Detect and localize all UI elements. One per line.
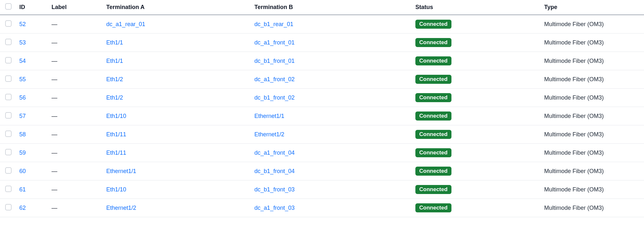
row-id-link[interactable]: 61 (19, 186, 26, 193)
row-type-text: Multimode Fiber (OM3) (544, 113, 604, 119)
row-status-cell: Connected (412, 180, 540, 199)
status-badge: Connected (415, 167, 451, 176)
table-row: 56—Eth1/2dc_b1_front_02ConnectedMultimod… (0, 89, 644, 107)
row-type-text: Multimode Fiber (OM3) (544, 131, 604, 138)
row-id-link[interactable]: 54 (19, 58, 26, 64)
row-termination-b-link[interactable]: Ethernet1/2 (254, 131, 284, 138)
row-termination-b-link[interactable]: dc_b1_rear_01 (254, 21, 293, 27)
row-termination-a-link[interactable]: Eth1/2 (106, 94, 123, 101)
row-termination-b-cell: dc_a1_front_03 (251, 199, 412, 217)
row-termination-b-link[interactable]: dc_b1_front_01 (254, 58, 295, 64)
row-type-text: Multimode Fiber (OM3) (544, 94, 604, 101)
row-id-link[interactable]: 60 (19, 168, 26, 174)
row-checkbox[interactable] (5, 112, 12, 119)
row-termination-a-link[interactable]: Ethernet1/2 (106, 205, 136, 211)
row-termination-b-cell: dc_b1_front_03 (251, 180, 412, 199)
row-checkbox[interactable] (5, 186, 12, 192)
row-checkbox[interactable] (5, 20, 12, 27)
row-label-text: — (52, 76, 57, 83)
row-label-text: — (52, 131, 57, 138)
row-checkbox-cell (0, 180, 15, 199)
row-termination-b-link[interactable]: dc_a1_front_02 (254, 76, 295, 83)
header-termination-a[interactable]: Termination A (102, 0, 251, 15)
row-termination-b-link[interactable]: dc_b1_front_04 (254, 168, 295, 174)
row-type-cell: Multimode Fiber (OM3) (540, 180, 644, 199)
row-checkbox[interactable] (5, 131, 12, 137)
status-badge: Connected (415, 185, 451, 194)
header-termination-b[interactable]: Termination B (251, 0, 412, 15)
row-termination-b-link[interactable]: dc_a1_front_03 (254, 205, 295, 211)
header-label[interactable]: Label (48, 0, 102, 15)
status-badge: Connected (415, 75, 451, 84)
row-id-cell: 62 (15, 199, 48, 217)
table-row: 59—Eth1/11dc_a1_front_04ConnectedMultimo… (0, 144, 644, 162)
row-id-link[interactable]: 59 (19, 150, 26, 156)
header-status[interactable]: Status (412, 0, 540, 15)
table-row: 54—Eth1/1dc_b1_front_01ConnectedMultimod… (0, 52, 644, 70)
row-termination-a-link[interactable]: Eth1/1 (106, 58, 123, 64)
row-type-cell: Multimode Fiber (OM3) (540, 107, 644, 125)
row-status-cell: Connected (412, 199, 540, 217)
row-termination-b-link[interactable]: Ethernet1/1 (254, 113, 284, 119)
row-type-text: Multimode Fiber (OM3) (544, 39, 604, 46)
row-termination-a-link[interactable]: Eth1/2 (106, 76, 123, 83)
row-termination-b-cell: dc_b1_front_01 (251, 52, 412, 70)
header-type[interactable]: Type (540, 0, 644, 15)
row-termination-a-link[interactable]: Eth1/1 (106, 39, 123, 46)
row-id-cell: 58 (15, 125, 48, 144)
table-row: 57—Eth1/10Ethernet1/1ConnectedMultimode … (0, 107, 644, 125)
row-id-link[interactable]: 56 (19, 94, 26, 101)
row-termination-b-cell: dc_b1_rear_01 (251, 15, 412, 34)
status-badge: Connected (415, 203, 451, 212)
select-all-checkbox[interactable] (5, 3, 12, 10)
row-type-text: Multimode Fiber (OM3) (544, 205, 604, 211)
header-checkbox-cell (0, 0, 15, 15)
row-label-cell: — (48, 162, 102, 180)
row-label-text: — (52, 58, 57, 64)
row-termination-a-link[interactable]: Ethernet1/1 (106, 168, 136, 174)
row-status-cell: Connected (412, 52, 540, 70)
row-checkbox[interactable] (5, 57, 12, 63)
row-termination-b-link[interactable]: dc_b1_front_02 (254, 94, 295, 101)
row-label-text: — (52, 39, 57, 46)
row-id-link[interactable]: 52 (19, 21, 26, 27)
cables-table: ID Label Termination A Termination B Sta… (0, 0, 644, 217)
table-row: 58—Eth1/11Ethernet1/2ConnectedMultimode … (0, 125, 644, 144)
row-termination-a-cell: Eth1/2 (102, 89, 251, 107)
row-termination-b-link[interactable]: dc_b1_front_03 (254, 186, 295, 193)
row-type-cell: Multimode Fiber (OM3) (540, 52, 644, 70)
table-row: 62—Ethernet1/2dc_a1_front_03ConnectedMul… (0, 199, 644, 217)
row-label-cell: — (48, 199, 102, 217)
row-id-cell: 57 (15, 107, 48, 125)
row-checkbox[interactable] (5, 94, 12, 100)
row-label-cell: — (48, 52, 102, 70)
row-id-link[interactable]: 55 (19, 76, 26, 83)
row-termination-a-link[interactable]: Eth1/11 (106, 131, 126, 138)
row-termination-a-link[interactable]: Eth1/10 (106, 186, 126, 193)
row-label-text: — (52, 186, 57, 193)
row-termination-b-link[interactable]: dc_a1_front_04 (254, 150, 295, 156)
row-checkbox[interactable] (5, 167, 12, 174)
row-type-text: Multimode Fiber (OM3) (544, 150, 604, 156)
row-id-link[interactable]: 57 (19, 113, 26, 119)
header-id[interactable]: ID (15, 0, 48, 15)
row-checkbox[interactable] (5, 39, 12, 45)
status-badge: Connected (415, 93, 451, 102)
row-termination-a-link[interactable]: Eth1/10 (106, 113, 126, 119)
row-checkbox-cell (0, 34, 15, 52)
row-termination-a-link[interactable]: Eth1/11 (106, 150, 126, 156)
row-checkbox[interactable] (5, 204, 12, 210)
row-termination-b-cell: dc_a1_front_04 (251, 144, 412, 162)
row-checkbox[interactable] (5, 149, 12, 155)
row-termination-b-cell: Ethernet1/1 (251, 107, 412, 125)
row-termination-b-link[interactable]: dc_a1_front_01 (254, 39, 295, 46)
row-checkbox-cell (0, 125, 15, 144)
row-checkbox[interactable] (5, 75, 12, 82)
row-termination-a-link[interactable]: dc_a1_rear_01 (106, 21, 145, 27)
row-id-link[interactable]: 62 (19, 205, 26, 211)
row-label-cell: — (48, 89, 102, 107)
row-id-link[interactable]: 58 (19, 131, 26, 138)
row-id-link[interactable]: 53 (19, 39, 26, 46)
row-checkbox-cell (0, 70, 15, 89)
row-termination-a-cell: Ethernet1/2 (102, 199, 251, 217)
